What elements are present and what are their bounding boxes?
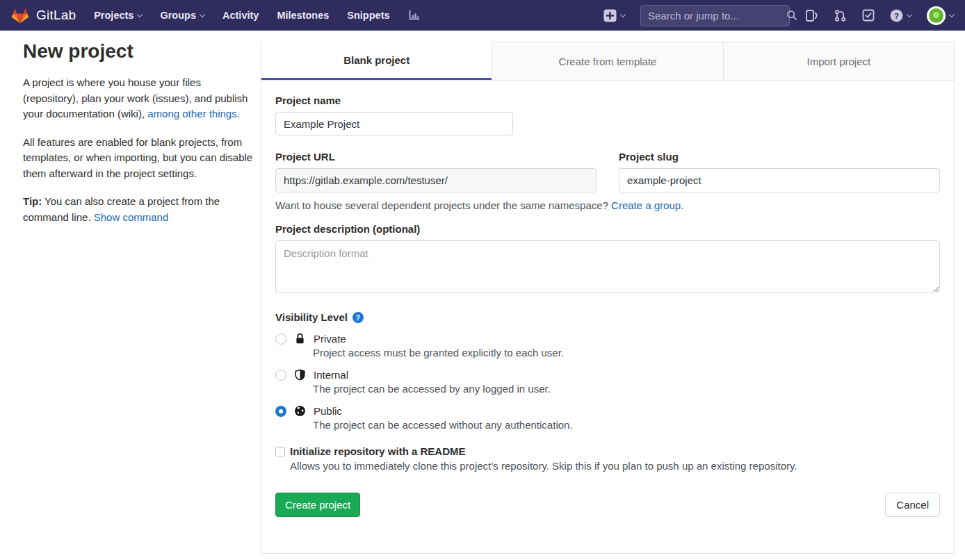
create-group-link[interactable]: Create a group bbox=[611, 199, 681, 211]
globe-icon bbox=[294, 405, 306, 417]
main-menu: Projects Groups Activity Milestones Snip… bbox=[94, 10, 420, 22]
todo-check-icon[interactable] bbox=[862, 9, 875, 22]
project-url-label: Project URL bbox=[275, 151, 597, 163]
tab-blank-project[interactable]: Blank project bbox=[261, 42, 492, 80]
public-option-name[interactable]: Public bbox=[314, 405, 342, 417]
readme-desc: Allows you to immediately clone this pro… bbox=[290, 460, 940, 472]
tab-import-project[interactable]: Import project bbox=[723, 42, 954, 80]
visibility-option-internal: Internal The project can be accessed by … bbox=[275, 369, 940, 395]
project-slug-label: Project slug bbox=[619, 151, 940, 163]
project-type-tabs: Blank project Create from template Impor… bbox=[261, 42, 954, 81]
internal-option-desc: The project can be accessed by any logge… bbox=[313, 383, 940, 395]
brand-name: GitLab bbox=[36, 8, 76, 23]
plus-square-icon bbox=[603, 9, 617, 22]
nav-activity[interactable]: Activity bbox=[222, 10, 259, 21]
shield-icon bbox=[294, 369, 306, 381]
project-slug-input[interactable] bbox=[619, 168, 940, 192]
lock-icon bbox=[294, 333, 306, 345]
visibility-level-label: Visibility Level bbox=[275, 311, 348, 323]
cancel-button[interactable]: Cancel bbox=[885, 493, 940, 517]
issues-icon[interactable] bbox=[805, 9, 818, 22]
features-paragraph: All features are enabled for blank proje… bbox=[23, 135, 254, 182]
gitlab-home-link[interactable]: GitLab bbox=[11, 7, 76, 24]
nav-milestones[interactable]: Milestones bbox=[277, 10, 329, 21]
chevron-down-icon bbox=[620, 11, 626, 17]
readme-section: Initialize repository with a README Allo… bbox=[275, 445, 940, 472]
project-url-input[interactable] bbox=[275, 168, 597, 192]
show-command-link[interactable]: Show command bbox=[94, 211, 169, 223]
chevron-down-icon bbox=[137, 11, 143, 17]
new-menu-button[interactable] bbox=[603, 9, 625, 22]
project-description-label: Project description (optional) bbox=[275, 223, 940, 235]
create-project-button[interactable]: Create project bbox=[275, 493, 360, 517]
help-question-icon: ? bbox=[890, 9, 903, 22]
svg-text:?: ? bbox=[894, 11, 899, 19]
among-other-things-link[interactable]: among other things bbox=[147, 108, 236, 120]
private-option-name[interactable]: Private bbox=[314, 333, 346, 345]
nav-projects[interactable]: Projects bbox=[94, 10, 142, 21]
user-avatar bbox=[927, 6, 946, 25]
chevron-down-icon bbox=[949, 11, 955, 17]
help-menu-button[interactable]: ? bbox=[890, 9, 911, 22]
tab-create-from-template[interactable]: Create from template bbox=[492, 42, 722, 80]
private-radio[interactable] bbox=[275, 333, 286, 345]
chevron-down-icon bbox=[907, 11, 912, 17]
chart-icon[interactable] bbox=[408, 10, 421, 22]
nav-snippets[interactable]: Snippets bbox=[347, 10, 389, 21]
project-name-label: Project name bbox=[275, 94, 940, 106]
visibility-option-public: Public The project can be accessed witho… bbox=[275, 405, 940, 431]
user-menu-button[interactable] bbox=[927, 6, 954, 25]
global-search[interactable] bbox=[640, 5, 790, 26]
internal-radio[interactable] bbox=[275, 370, 286, 381]
tip-paragraph: Tip: You can also create a project from … bbox=[23, 194, 254, 225]
namespace-hint: Want to house several dependent projects… bbox=[275, 199, 940, 211]
private-option-desc: Project access must be granted explicitl… bbox=[313, 347, 940, 359]
new-project-page: GitLab Projects Groups Activity Mileston… bbox=[0, 0, 965, 560]
public-radio[interactable] bbox=[275, 406, 286, 417]
project-name-input[interactable] bbox=[275, 112, 513, 135]
chevron-down-icon bbox=[200, 11, 205, 17]
gitlab-tanuki-logo-icon bbox=[11, 7, 29, 24]
readme-checkbox[interactable] bbox=[275, 447, 285, 456]
public-option-desc: The project can be accessed without any … bbox=[313, 419, 940, 431]
page-title: New project bbox=[23, 40, 254, 63]
project-description-textarea[interactable] bbox=[275, 240, 940, 293]
new-project-panel: Blank project Create from template Impor… bbox=[261, 42, 955, 554]
search-input[interactable] bbox=[648, 10, 786, 22]
visibility-help-icon[interactable]: ? bbox=[352, 312, 364, 323]
merge-request-icon[interactable] bbox=[834, 9, 847, 22]
visibility-option-private: Private Project access must be granted e… bbox=[275, 333, 940, 359]
intro-paragraph: A project is where you house your files … bbox=[23, 75, 254, 122]
search-icon bbox=[786, 10, 797, 21]
internal-option-name[interactable]: Internal bbox=[314, 369, 348, 381]
top-navbar: GitLab Projects Groups Activity Mileston… bbox=[0, 0, 965, 31]
readme-label[interactable]: Initialize repository with a README bbox=[290, 445, 466, 457]
nav-groups[interactable]: Groups bbox=[160, 10, 204, 21]
new-project-sidebar: New project A project is where you house… bbox=[23, 40, 254, 238]
